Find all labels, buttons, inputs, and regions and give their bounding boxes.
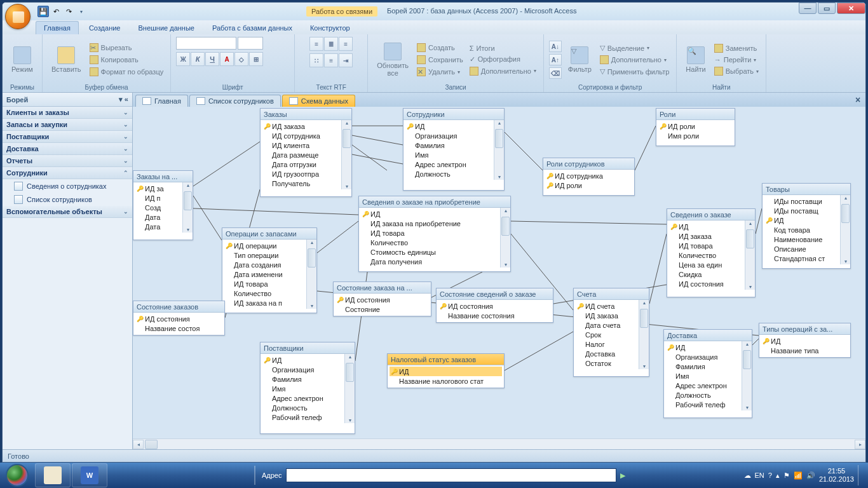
scroll-right-button[interactable]: ▸ — [855, 440, 865, 449]
underline-button[interactable]: Ч — [205, 52, 219, 66]
qat-dropdown-icon[interactable]: ▾ — [76, 6, 87, 17]
vertical-scrollbar[interactable] — [745, 220, 755, 290]
field-row[interactable]: Название типа — [761, 346, 848, 355]
cut-button[interactable]: ✂Вырезать — [88, 43, 166, 53]
nav-header[interactable]: Борей ▾ « — [3, 93, 132, 107]
field-row[interactable]: 🔑ИД сотрудника — [545, 171, 632, 180]
clock[interactable]: 21:5521.02.2013 — [819, 467, 854, 484]
field-row[interactable]: ИДы поставщи — [764, 196, 848, 206]
field-row[interactable]: Налог — [576, 339, 647, 349]
table-oper_zapas[interactable]: Операции с запасами🔑ИД операцииТип опера… — [222, 227, 317, 313]
field-row[interactable]: Получатель — [262, 179, 349, 188]
sort-desc-button[interactable]: A↑ — [549, 54, 562, 65]
field-row[interactable]: 🔑ИД состояния — [336, 295, 429, 304]
table-header[interactable]: Сотрудники — [403, 109, 504, 120]
horizontal-scrollbar[interactable]: ◂ ▸ — [133, 438, 865, 449]
scroll-thumb[interactable] — [346, 363, 354, 382]
table-nalog_status[interactable]: Налоговый статус заказов🔑ИДНазвание нало… — [387, 353, 505, 388]
field-row[interactable]: Срок — [576, 330, 647, 339]
field-row[interactable]: Дата отгрузки — [262, 159, 349, 169]
help-icon[interactable]: ? — [768, 471, 772, 479]
field-row[interactable]: Тип операции — [224, 250, 315, 260]
field-row[interactable]: Адрес электрон — [405, 159, 502, 169]
field-row[interactable]: Имя роли — [658, 131, 733, 140]
scroll-thumb[interactable] — [501, 217, 510, 236]
field-row[interactable]: ИД заказа на п — [224, 298, 315, 308]
scroll-thumb[interactable] — [495, 129, 503, 148]
replace-button[interactable]: Заменить — [712, 43, 761, 53]
bold-button[interactable]: Ж — [176, 52, 190, 66]
field-row[interactable]: ИД сотрудника — [262, 131, 349, 140]
table-header[interactable]: Состояние заказов — [133, 301, 224, 313]
field-row[interactable]: ИД товара — [669, 241, 753, 250]
nav-category[interactable]: Клиенты и заказы⌄ — [3, 107, 132, 119]
nav-category[interactable]: Отчеты⌄ — [3, 155, 132, 167]
table-roli_sotr[interactable]: Роли сотрудников🔑ИД сотрудника🔑ИД роли — [543, 158, 635, 196]
font-color-button[interactable]: A — [220, 52, 234, 66]
field-row[interactable]: Организация — [666, 352, 750, 362]
italic-button[interactable]: К — [191, 52, 205, 66]
more-button[interactable]: Дополнительно ▾ — [468, 66, 538, 76]
maximize-button[interactable]: ▭ — [818, 3, 836, 14]
nav-category[interactable]: Вспомогательные объекты⌄ — [3, 206, 132, 218]
table-sost_sved_zakaz[interactable]: Состояние сведений о заказе🔑ИД состояния… — [436, 288, 553, 323]
field-row[interactable]: Состояние — [336, 304, 429, 314]
field-row[interactable]: 🔑ИД — [361, 209, 508, 219]
field-row[interactable]: Цена за един — [669, 260, 753, 269]
table-header[interactable]: Состояние заказа на ... — [334, 282, 431, 294]
scroll-left-button[interactable]: ◂ — [133, 440, 144, 449]
field-row[interactable]: Адрес электрон — [666, 381, 750, 390]
scroll-thumb[interactable] — [743, 350, 751, 369]
new-record-button[interactable]: Создать — [415, 43, 465, 53]
field-row[interactable]: 🔑ИД — [669, 222, 753, 231]
table-header[interactable]: Доставка — [664, 330, 752, 341]
field-row[interactable]: ИД грузоотпра — [262, 169, 349, 179]
select-button[interactable]: Выбрать ▾ — [712, 66, 761, 76]
nav-item[interactable]: Список сотрудников — [3, 193, 132, 206]
selection-button[interactable]: ▽Выделение ▾ — [598, 43, 672, 53]
nav-item[interactable]: Сведения о сотрудниках — [3, 179, 132, 193]
relationships-canvas[interactable]: Заказы на ...🔑ИД заИД пСоздДатаДатаЗаказ… — [133, 107, 865, 438]
field-row[interactable]: Название налогового стат — [390, 376, 502, 386]
field-row[interactable]: ИД заказа — [669, 231, 753, 241]
field-row[interactable]: Дата изменени — [224, 269, 315, 279]
field-row[interactable]: 🔑ИД — [764, 215, 848, 225]
table-header[interactable]: Сведения о заказе — [667, 209, 755, 220]
align-left-button[interactable]: ≡ — [309, 37, 323, 51]
table-header[interactable]: Заказы — [261, 109, 351, 120]
table-postavshiki[interactable]: Поставщики🔑ИДОрганизацияФамилияИмяАдрес … — [260, 342, 355, 434]
table-sotrudniki[interactable]: Сотрудники🔑ИДОрганизацияФамилияИмяАдрес … — [403, 108, 505, 191]
scroll-thumb[interactable] — [145, 440, 158, 449]
field-row[interactable]: ИД заказа на приобретение — [361, 219, 508, 228]
field-row[interactable]: Скидка — [669, 269, 753, 279]
field-row[interactable]: Фамилия — [666, 362, 750, 371]
align-center-button[interactable]: ≣ — [324, 37, 338, 51]
action-center-icon[interactable]: ⚑ — [783, 471, 790, 480]
field-row[interactable]: Должность — [666, 390, 750, 400]
table-scheta[interactable]: Счета🔑ИД счетаИД заказаДата счетаСрокНал… — [573, 288, 649, 377]
table-dostavka[interactable]: Доставка🔑ИДОрганизацияФамилияИмяАдрес эл… — [663, 329, 752, 418]
vertical-scrollbar[interactable] — [500, 208, 510, 268]
nav-category[interactable]: Сотрудники⌃ — [3, 167, 132, 179]
vertical-scrollbar[interactable] — [341, 120, 351, 189]
table-header[interactable]: Типы операций с за... — [759, 323, 850, 335]
taskbar-app-explorer[interactable] — [35, 463, 71, 487]
field-row[interactable]: Название состояния — [438, 311, 551, 320]
field-row[interactable]: Описание — [764, 244, 848, 254]
field-row[interactable]: Имя — [262, 384, 353, 393]
field-row[interactable]: Наименование — [764, 234, 848, 244]
table-tovary[interactable]: ТоварыИДы поставщиИДы поставщ🔑ИДКод това… — [762, 183, 851, 269]
onedrive-icon[interactable]: ☁ — [744, 471, 751, 480]
undo-icon[interactable]: ↶ — [50, 6, 62, 17]
toggle-filter-button[interactable]: ▽Применить фильтр — [598, 67, 672, 76]
field-row[interactable]: Дата счета — [576, 320, 647, 330]
vertical-scrollbar[interactable] — [182, 182, 193, 233]
field-row[interactable]: Рабочий телеф — [666, 400, 750, 409]
table-header[interactable]: Операции с запасами — [222, 228, 316, 240]
field-row[interactable]: ИД заказа — [576, 311, 647, 320]
field-row[interactable]: Название состоя — [135, 323, 222, 333]
field-row[interactable]: 🔑ИД состояния — [135, 314, 222, 323]
table-sved_zakaz[interactable]: Сведения о заказе🔑ИДИД заказаИД товараКо… — [667, 208, 756, 297]
indent-button[interactable]: ⇥ — [339, 53, 353, 67]
table-header[interactable]: Товары — [763, 184, 850, 195]
